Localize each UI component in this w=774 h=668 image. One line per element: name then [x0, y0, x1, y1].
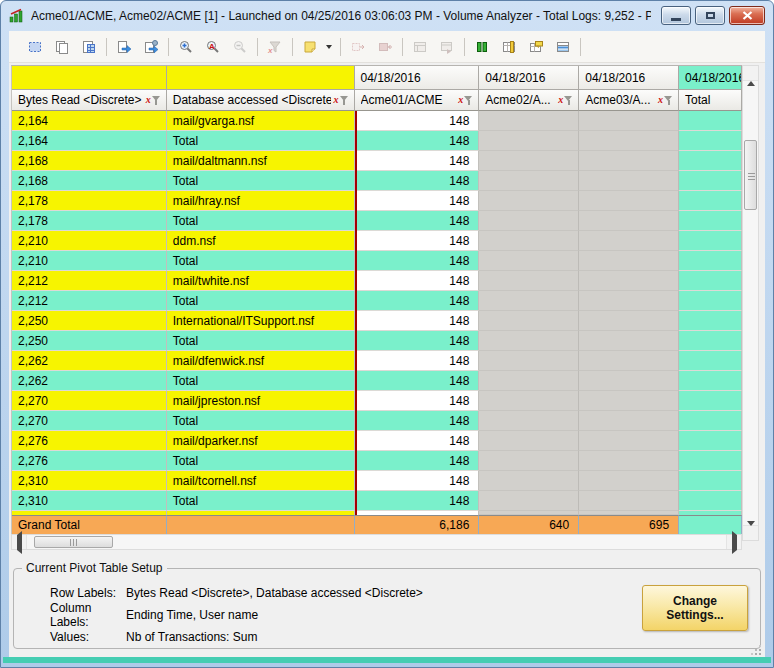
- filter-icon[interactable]: x: [146, 95, 162, 106]
- cell-grand-acme01[interactable]: 6,186: [355, 515, 480, 535]
- cell-acme03[interactable]: [579, 131, 679, 151]
- copy-table-icon[interactable]: [77, 35, 101, 59]
- record-view-icon[interactable]: [408, 35, 432, 59]
- cell-acme02[interactable]: [479, 211, 579, 231]
- cell-acme03[interactable]: [579, 231, 679, 251]
- table-row[interactable]: 2,250International/ITSupport.nsf148: [12, 311, 742, 331]
- date-header-total[interactable]: 04/18/2016: [679, 66, 742, 90]
- cell-db[interactable]: mail/daltmann.nsf: [167, 151, 355, 171]
- cell-acme01[interactable]: 148: [355, 351, 480, 371]
- scroll-left-button[interactable]: [12, 535, 27, 549]
- copy-icon[interactable]: [50, 35, 74, 59]
- cell-acme03[interactable]: [579, 351, 679, 371]
- cell-acme01[interactable]: 148: [355, 171, 480, 191]
- table-row[interactable]: 2,178mail/hray.nsf148: [12, 191, 742, 211]
- cell-acme03[interactable]: [579, 371, 679, 391]
- filter-icon[interactable]: x: [458, 95, 474, 106]
- table-row[interactable]: 2,164Total148: [12, 131, 742, 151]
- cell-bytes[interactable]: 2,262: [12, 351, 167, 371]
- cell-acme03[interactable]: [579, 491, 679, 511]
- cell-total[interactable]: [679, 191, 742, 211]
- column-chart-icon[interactable]: [470, 35, 494, 59]
- cell-total[interactable]: [679, 351, 742, 371]
- table-row[interactable]: 2,310Total148: [12, 491, 742, 511]
- cell-acme03[interactable]: [579, 271, 679, 291]
- scroll-right-button[interactable]: [726, 535, 741, 549]
- cell-bytes[interactable]: 2,168: [12, 151, 167, 171]
- cell-bytes[interactable]: 2,178: [12, 211, 167, 231]
- vertical-scrollbar[interactable]: [742, 65, 759, 541]
- cell-grand-label[interactable]: Grand Total: [12, 515, 167, 535]
- cell-grand-acme02[interactable]: 640: [479, 515, 579, 535]
- table-row[interactable]: 2,168mail/daltmann.nsf148: [12, 151, 742, 171]
- expand-selection-icon[interactable]: [346, 35, 370, 59]
- table-row[interactable]: 2,168Total148: [12, 171, 742, 191]
- cell-acme02[interactable]: [479, 371, 579, 391]
- cell-acme01[interactable]: 148: [355, 191, 480, 211]
- cell-acme02[interactable]: [479, 251, 579, 271]
- cell-acme03[interactable]: [579, 331, 679, 351]
- cell-db[interactable]: International/ITSupport.nsf: [167, 311, 355, 331]
- table-row[interactable]: 2,210ddm.nsf148: [12, 231, 742, 251]
- maximize-button[interactable]: [695, 6, 725, 25]
- table-row[interactable]: 2,310mail/tcornell.nsf148: [12, 471, 742, 491]
- cell-bytes[interactable]: 2,270: [12, 411, 167, 431]
- cell-total[interactable]: [679, 411, 742, 431]
- cell-acme02[interactable]: [479, 191, 579, 211]
- column-header-database_accessed[interactable]: Database accessed <Discrete>x: [167, 90, 355, 111]
- dropdown-arrow-icon[interactable]: [326, 45, 332, 49]
- cell-acme01[interactable]: 148: [355, 151, 480, 171]
- table-row[interactable]: 2,178Total148: [12, 211, 742, 231]
- cell-bytes[interactable]: 2,168: [12, 171, 167, 191]
- table-row[interactable]: 2,210Total148: [12, 251, 742, 271]
- horizontal-scrollbar-thumb[interactable]: [34, 536, 113, 548]
- cell-acme02[interactable]: [479, 451, 579, 471]
- cell-acme01[interactable]: 148: [355, 331, 480, 351]
- cell-acme03[interactable]: [579, 171, 679, 191]
- cell-db[interactable]: Total: [167, 131, 355, 151]
- cell-db[interactable]: mail/jpreston.nsf: [167, 391, 355, 411]
- cell-bytes[interactable]: 2,212: [12, 271, 167, 291]
- cell-acme01[interactable]: 148: [355, 471, 480, 491]
- cell-bytes[interactable]: 2,212: [12, 291, 167, 311]
- close-button[interactable]: [729, 6, 765, 25]
- cell-bytes[interactable]: 2,310: [12, 491, 167, 511]
- cell-acme02[interactable]: [479, 431, 579, 451]
- cell-acme03[interactable]: [579, 191, 679, 211]
- cell-total[interactable]: [679, 151, 742, 171]
- cell-acme02[interactable]: [479, 351, 579, 371]
- table-row[interactable]: 2,250Total148: [12, 331, 742, 351]
- date-header-acme02[interactable]: 04/18/2016: [479, 66, 579, 90]
- zoom-out-icon[interactable]: [228, 35, 252, 59]
- cell-acme02[interactable]: [479, 311, 579, 331]
- cell-acme02[interactable]: [479, 111, 579, 131]
- cell-acme02[interactable]: [479, 491, 579, 511]
- cell-db[interactable]: mail/twhite.nsf: [167, 271, 355, 291]
- cell-acme03[interactable]: [579, 291, 679, 311]
- cell-acme01[interactable]: 148: [355, 131, 480, 151]
- cell-acme01[interactable]: 148: [355, 231, 480, 251]
- zoom-font-icon[interactable]: A: [201, 35, 225, 59]
- cell-acme01[interactable]: 148: [355, 251, 480, 271]
- table-style-icon[interactable]: [551, 35, 575, 59]
- note-icon[interactable]: [298, 35, 322, 59]
- select-region-icon[interactable]: [23, 35, 47, 59]
- cell-acme03[interactable]: [579, 391, 679, 411]
- cell-db[interactable]: mail/gvarga.nsf: [167, 111, 355, 131]
- cell-total[interactable]: [679, 451, 742, 471]
- cell-bytes[interactable]: 2,178: [12, 191, 167, 211]
- column-header-acme02[interactable]: Acme02/A...x: [479, 90, 579, 111]
- table-resize-icon[interactable]: [497, 35, 521, 59]
- vertical-scrollbar-thumb[interactable]: [744, 140, 757, 210]
- minimize-button[interactable]: [661, 6, 691, 25]
- table-row[interactable]: 2,212mail/twhite.nsf148: [12, 271, 742, 291]
- title-bar[interactable]: Acme01/ACME, Acme02/ACME [1] - Launched …: [1, 1, 773, 31]
- cell-bytes[interactable]: 2,310: [12, 471, 167, 491]
- resize-grip[interactable]: [750, 644, 762, 656]
- cell-bytes[interactable]: 2,262: [12, 371, 167, 391]
- cell-bytes[interactable]: 2,276: [12, 451, 167, 471]
- cell-acme03[interactable]: [579, 111, 679, 131]
- cell-acme02[interactable]: [479, 331, 579, 351]
- column-header-total[interactable]: Total: [679, 90, 742, 111]
- cell-acme02[interactable]: [479, 231, 579, 251]
